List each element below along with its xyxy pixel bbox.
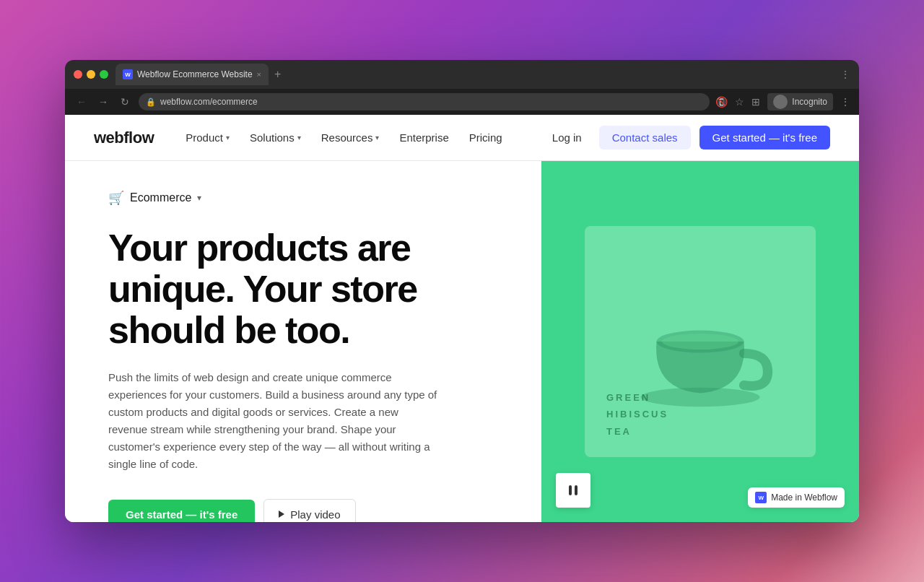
- split-view-icon[interactable]: ⊞: [751, 96, 760, 108]
- webflow-logo[interactable]: webflow: [94, 129, 154, 147]
- svg-point-2: [662, 334, 738, 349]
- pause-icon: [569, 485, 578, 495]
- nav-item-enterprise[interactable]: Enterprise: [391, 127, 457, 148]
- incognito-avatar: [773, 95, 788, 109]
- website-content: webflow Product ▾ Solutions ▾ Resources …: [65, 115, 859, 522]
- play-video-button[interactable]: Play video: [263, 499, 355, 522]
- made-in-webflow-label: Made in Webflow: [771, 492, 837, 503]
- chevron-down-icon: ▾: [226, 134, 230, 142]
- chevron-down-icon: ▾: [197, 193, 201, 203]
- hero-title: Your products are unique. Your store sho…: [108, 227, 498, 352]
- browser-titlebar: W Webflow Ecommerce Website × + ⋮: [65, 60, 859, 89]
- nav-solutions-label: Solutions: [250, 131, 295, 144]
- nav-item-pricing[interactable]: Pricing: [461, 127, 511, 148]
- main-content: 🛒 Ecommerce ▾ Your products are unique. …: [65, 161, 859, 522]
- cart-icon: 🛒: [108, 190, 124, 206]
- nav-items: Product ▾ Solutions ▾ Resources ▾ Enterp…: [177, 127, 544, 148]
- nav-item-solutions[interactable]: Solutions ▾: [241, 127, 310, 148]
- new-tab-button[interactable]: +: [274, 68, 281, 81]
- nav-enterprise-label: Enterprise: [399, 131, 448, 144]
- hero-actions: Get started — it's free Play video: [108, 499, 498, 522]
- addressbar-right: 📵 ☆ ⊞ Incognito ⋮: [715, 93, 850, 110]
- play-video-label: Play video: [290, 508, 340, 521]
- hero-description: Push the limits of web design and create…: [108, 369, 440, 473]
- nav-resources-label: Resources: [321, 131, 373, 144]
- tab-controls-right: ⋮: [840, 69, 850, 80]
- bookmark-icon[interactable]: ☆: [735, 96, 744, 108]
- navigation: webflow Product ▾ Solutions ▾ Resources …: [65, 115, 859, 161]
- made-in-webflow-badge: W Made in Webflow: [748, 487, 845, 508]
- cast-icon[interactable]: 📵: [715, 96, 728, 108]
- browser-addressbar: ← → ↻ 🔒 webflow.com/ecommerce 📵 ☆ ⊞ Inco…: [65, 89, 859, 115]
- contact-sales-button[interactable]: Contact sales: [599, 126, 691, 149]
- tab-title: Webflow Ecommerce Website: [137, 69, 253, 79]
- traffic-lights: [74, 70, 108, 79]
- tab-area: W Webflow Ecommerce Website × +: [116, 64, 840, 85]
- webflow-favicon: W: [755, 492, 767, 503]
- hero-cta-button[interactable]: Get started — it's free: [108, 500, 255, 522]
- nav-pricing-label: Pricing: [469, 131, 502, 144]
- login-link[interactable]: Log in: [544, 127, 590, 148]
- tab-favicon: W: [123, 69, 133, 79]
- hero-right: GREEN HIBISCUS TEA W Made in Webflow: [541, 161, 859, 522]
- incognito-button[interactable]: Incognito: [767, 93, 833, 110]
- product-card: GREEN HIBISCUS TEA: [585, 226, 816, 457]
- maximize-button[interactable]: [100, 70, 108, 79]
- lock-icon: 🔒: [146, 97, 156, 107]
- reload-button[interactable]: ↻: [117, 96, 133, 108]
- nav-item-product[interactable]: Product ▾: [177, 127, 238, 148]
- window-control[interactable]: ⋮: [840, 69, 850, 80]
- nav-item-resources[interactable]: Resources ▾: [313, 127, 388, 148]
- pause-button[interactable]: [556, 473, 590, 508]
- product-label: GREEN HIBISCUS TEA: [606, 389, 668, 440]
- chevron-down-icon: ▾: [375, 134, 379, 142]
- hero-left: 🛒 Ecommerce ▾ Your products are unique. …: [65, 161, 541, 522]
- nav-right: Log in Contact sales Get started — it's …: [544, 126, 830, 149]
- chevron-down-icon: ▾: [297, 134, 301, 142]
- address-text: webflow.com/ecommerce: [160, 97, 258, 107]
- pause-bar-left: [569, 485, 572, 495]
- tab-close-icon[interactable]: ×: [257, 70, 261, 79]
- browser-window: W Webflow Ecommerce Website × + ⋮ ← → ↻ …: [65, 60, 859, 522]
- get-started-button[interactable]: Get started — it's free: [699, 126, 830, 149]
- address-bar[interactable]: 🔒 webflow.com/ecommerce: [139, 93, 710, 110]
- breadcrumb-text: Ecommerce: [130, 191, 191, 204]
- minimize-button[interactable]: [87, 70, 95, 79]
- back-button[interactable]: ←: [74, 96, 90, 108]
- close-button[interactable]: [74, 70, 82, 79]
- breadcrumb[interactable]: 🛒 Ecommerce ▾: [108, 190, 498, 206]
- menu-icon[interactable]: ⋮: [840, 96, 850, 108]
- active-tab[interactable]: W Webflow Ecommerce Website ×: [116, 64, 269, 85]
- play-icon: [279, 511, 284, 518]
- nav-product-label: Product: [186, 131, 223, 144]
- incognito-label: Incognito: [792, 97, 827, 107]
- pause-bar-right: [575, 485, 578, 495]
- forward-button[interactable]: →: [95, 96, 111, 108]
